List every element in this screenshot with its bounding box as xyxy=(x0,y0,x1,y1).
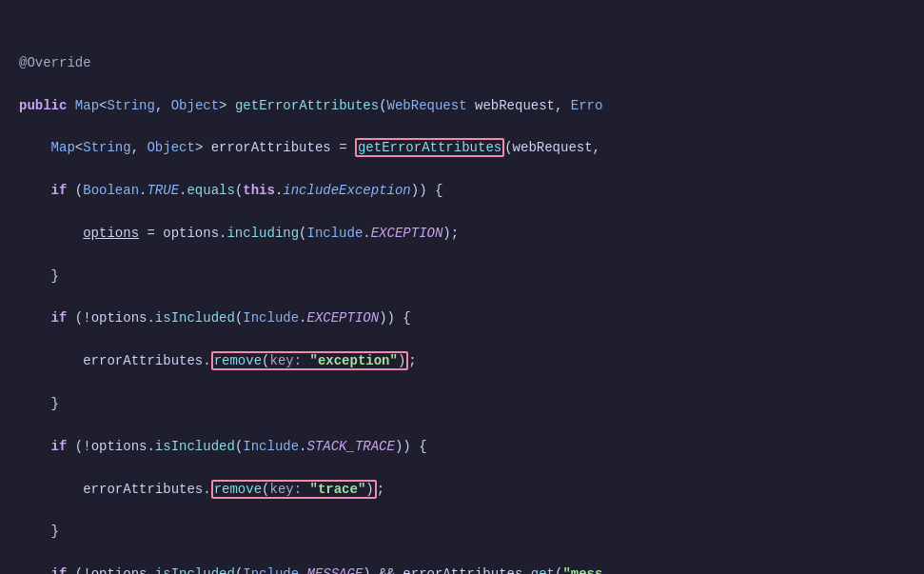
annotation-override1: @Override xyxy=(19,55,91,70)
line-if-message: if (!options.isIncluded(Include.MESSAGE)… xyxy=(19,564,905,574)
method-getErrorAttributes: getErrorAttributes xyxy=(235,98,379,113)
highlight-remove-trace: remove(key: "trace") xyxy=(211,480,377,499)
line-method-sig: public Map<String, Object> getErrorAttri… xyxy=(19,95,905,116)
line-close2: } xyxy=(19,393,905,414)
highlight-remove-exception: remove(key: "exception") xyxy=(211,351,409,370)
kw-public: public xyxy=(19,98,67,113)
line-remove-exception: errorAttributes.remove(key: "exception")… xyxy=(19,350,905,371)
highlight-getErrorAttributes: getErrorAttributes xyxy=(355,138,504,157)
line-close3: } xyxy=(19,521,905,542)
line-options: options = options.including(Include.EXCE… xyxy=(19,223,905,244)
line-close1: } xyxy=(19,266,905,287)
type-map: Map xyxy=(75,98,99,113)
line-override1: @Override xyxy=(19,52,905,73)
line-if-trace: if (!options.isIncluded(Include.STACK_TR… xyxy=(19,436,905,457)
line-if-boolean: if (Boolean.TRUE.equals(this.includeExce… xyxy=(19,180,905,201)
line-if-exception: if (!options.isIncluded(Include.EXCEPTIO… xyxy=(19,307,905,328)
code-editor: @Override public Map<String, Object> get… xyxy=(19,10,905,574)
line-map-decl: Map<String, Object> errorAttributes = ge… xyxy=(19,137,905,158)
line-remove-trace: errorAttributes.remove(key: "trace"); xyxy=(19,479,905,500)
